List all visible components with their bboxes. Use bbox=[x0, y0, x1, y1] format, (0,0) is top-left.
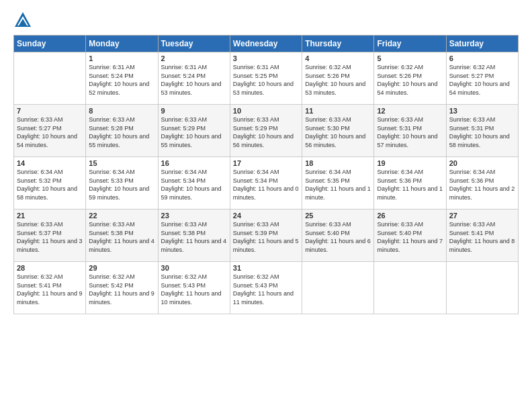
calendar-header-row: SundayMondayTuesdayWednesdayThursdayFrid… bbox=[14, 36, 519, 52]
calendar-cell: 7 Sunrise: 6:33 AMSunset: 5:27 PMDayligh… bbox=[14, 105, 86, 157]
day-info: Sunrise: 6:33 AMSunset: 5:31 PMDaylight:… bbox=[449, 116, 515, 149]
day-info: Sunrise: 6:33 AMSunset: 5:41 PMDaylight:… bbox=[449, 220, 515, 254]
page: SundayMondayTuesdayWednesdayThursdayFrid… bbox=[0, 0, 532, 321]
calendar-cell: 27 Sunrise: 6:33 AMSunset: 5:41 PMDaylig… bbox=[446, 210, 518, 262]
day-number: 6 bbox=[449, 54, 515, 62]
calendar-cell: 20 Sunrise: 6:34 AMSunset: 5:36 PMDaylig… bbox=[446, 157, 518, 210]
day-info: Sunrise: 6:34 AMSunset: 5:35 PMDaylight:… bbox=[305, 168, 371, 201]
calendar-cell: 5 Sunrise: 6:32 AMSunset: 5:26 PMDayligh… bbox=[374, 52, 446, 105]
day-number: 4 bbox=[305, 54, 371, 62]
day-info: Sunrise: 6:31 AMSunset: 5:24 PMDaylight:… bbox=[89, 63, 154, 97]
day-info: Sunrise: 6:34 AMSunset: 5:34 PMDaylight:… bbox=[233, 168, 299, 201]
calendar-cell: 14 Sunrise: 6:34 AMSunset: 5:32 PMDaylig… bbox=[14, 157, 86, 210]
calendar-cell: 3 Sunrise: 6:31 AMSunset: 5:25 PMDayligh… bbox=[230, 52, 302, 105]
calendar-cell bbox=[374, 262, 446, 314]
calendar-cell: 16 Sunrise: 6:34 AMSunset: 5:34 PMDaylig… bbox=[158, 157, 230, 210]
day-header-monday: Monday bbox=[86, 36, 158, 52]
day-info: Sunrise: 6:33 AMSunset: 5:29 PMDaylight:… bbox=[161, 116, 227, 149]
day-number: 14 bbox=[17, 159, 83, 167]
day-number: 23 bbox=[161, 212, 227, 220]
calendar-cell: 11 Sunrise: 6:33 AMSunset: 5:30 PMDaylig… bbox=[302, 105, 374, 157]
day-info: Sunrise: 6:31 AMSunset: 5:24 PMDaylight:… bbox=[161, 63, 227, 97]
day-info: Sunrise: 6:33 AMSunset: 5:38 PMDaylight:… bbox=[161, 220, 227, 254]
calendar-cell: 2 Sunrise: 6:31 AMSunset: 5:24 PMDayligh… bbox=[158, 52, 230, 105]
day-number: 24 bbox=[233, 212, 299, 220]
day-number: 2 bbox=[161, 54, 227, 62]
day-number: 25 bbox=[305, 212, 371, 220]
day-number: 17 bbox=[233, 159, 299, 167]
calendar-cell: 18 Sunrise: 6:34 AMSunset: 5:35 PMDaylig… bbox=[302, 157, 374, 210]
day-number: 22 bbox=[89, 212, 154, 220]
calendar-week-2: 7 Sunrise: 6:33 AMSunset: 5:27 PMDayligh… bbox=[14, 105, 519, 157]
calendar-cell: 10 Sunrise: 6:33 AMSunset: 5:29 PMDaylig… bbox=[230, 105, 302, 157]
day-number: 11 bbox=[305, 107, 371, 115]
day-info: Sunrise: 6:34 AMSunset: 5:36 PMDaylight:… bbox=[449, 168, 515, 201]
day-info: Sunrise: 6:32 AMSunset: 5:42 PMDaylight:… bbox=[89, 273, 154, 306]
calendar-cell: 13 Sunrise: 6:33 AMSunset: 5:31 PMDaylig… bbox=[446, 105, 518, 157]
day-info: Sunrise: 6:33 AMSunset: 5:27 PMDaylight:… bbox=[17, 116, 83, 149]
calendar-cell: 21 Sunrise: 6:33 AMSunset: 5:37 PMDaylig… bbox=[14, 210, 86, 262]
day-info: Sunrise: 6:32 AMSunset: 5:26 PMDaylight:… bbox=[377, 63, 443, 97]
day-number: 10 bbox=[233, 107, 299, 115]
day-info: Sunrise: 6:31 AMSunset: 5:25 PMDaylight:… bbox=[233, 63, 299, 97]
day-info: Sunrise: 6:33 AMSunset: 5:37 PMDaylight:… bbox=[17, 220, 83, 254]
day-number: 27 bbox=[449, 212, 515, 220]
day-number: 28 bbox=[17, 264, 83, 272]
day-info: Sunrise: 6:33 AMSunset: 5:29 PMDaylight:… bbox=[233, 116, 299, 149]
logo bbox=[13, 11, 35, 30]
day-number: 5 bbox=[377, 54, 443, 62]
day-number: 1 bbox=[89, 54, 154, 62]
day-number: 20 bbox=[449, 159, 515, 167]
day-header-thursday: Thursday bbox=[302, 36, 374, 52]
calendar-cell: 12 Sunrise: 6:33 AMSunset: 5:31 PMDaylig… bbox=[374, 105, 446, 157]
day-number: 30 bbox=[161, 264, 227, 272]
day-number: 15 bbox=[89, 159, 154, 167]
day-info: Sunrise: 6:34 AMSunset: 5:36 PMDaylight:… bbox=[377, 168, 443, 201]
calendar-table: SundayMondayTuesdayWednesdayThursdayFrid… bbox=[13, 35, 519, 314]
day-number: 12 bbox=[377, 107, 443, 115]
calendar-cell: 6 Sunrise: 6:32 AMSunset: 5:27 PMDayligh… bbox=[446, 52, 518, 105]
calendar-cell: 23 Sunrise: 6:33 AMSunset: 5:38 PMDaylig… bbox=[158, 210, 230, 262]
day-number: 21 bbox=[17, 212, 83, 220]
calendar-cell: 28 Sunrise: 6:32 AMSunset: 5:41 PMDaylig… bbox=[14, 262, 86, 314]
calendar-cell: 30 Sunrise: 6:32 AMSunset: 5:43 PMDaylig… bbox=[158, 262, 230, 314]
day-info: Sunrise: 6:34 AMSunset: 5:32 PMDaylight:… bbox=[17, 168, 83, 201]
logo-icon bbox=[13, 11, 32, 30]
calendar-cell: 26 Sunrise: 6:33 AMSunset: 5:40 PMDaylig… bbox=[374, 210, 446, 262]
day-header-tuesday: Tuesday bbox=[158, 36, 230, 52]
day-number: 26 bbox=[377, 212, 443, 220]
day-number: 31 bbox=[233, 264, 299, 272]
calendar-cell: 29 Sunrise: 6:32 AMSunset: 5:42 PMDaylig… bbox=[86, 262, 158, 314]
calendar-cell: 31 Sunrise: 6:32 AMSunset: 5:43 PMDaylig… bbox=[230, 262, 302, 314]
calendar-cell bbox=[14, 52, 86, 105]
calendar-cell: 19 Sunrise: 6:34 AMSunset: 5:36 PMDaylig… bbox=[374, 157, 446, 210]
day-info: Sunrise: 6:34 AMSunset: 5:34 PMDaylight:… bbox=[161, 168, 227, 201]
day-info: Sunrise: 6:33 AMSunset: 5:30 PMDaylight:… bbox=[305, 116, 371, 149]
day-info: Sunrise: 6:34 AMSunset: 5:33 PMDaylight:… bbox=[89, 168, 154, 201]
day-info: Sunrise: 6:33 AMSunset: 5:28 PMDaylight:… bbox=[89, 116, 154, 149]
calendar-cell: 15 Sunrise: 6:34 AMSunset: 5:33 PMDaylig… bbox=[86, 157, 158, 210]
day-number: 13 bbox=[449, 107, 515, 115]
day-info: Sunrise: 6:33 AMSunset: 5:31 PMDaylight:… bbox=[377, 116, 443, 149]
day-number: 16 bbox=[161, 159, 227, 167]
day-number: 18 bbox=[305, 159, 371, 167]
header bbox=[13, 11, 519, 30]
calendar-cell bbox=[446, 262, 518, 314]
day-info: Sunrise: 6:33 AMSunset: 5:38 PMDaylight:… bbox=[89, 220, 154, 254]
day-info: Sunrise: 6:33 AMSunset: 5:40 PMDaylight:… bbox=[377, 220, 443, 254]
calendar-cell bbox=[302, 262, 374, 314]
calendar-cell: 22 Sunrise: 6:33 AMSunset: 5:38 PMDaylig… bbox=[86, 210, 158, 262]
calendar-cell: 8 Sunrise: 6:33 AMSunset: 5:28 PMDayligh… bbox=[86, 105, 158, 157]
day-number: 19 bbox=[377, 159, 443, 167]
day-info: Sunrise: 6:32 AMSunset: 5:27 PMDaylight:… bbox=[449, 63, 515, 97]
day-number: 29 bbox=[89, 264, 154, 272]
day-header-sunday: Sunday bbox=[14, 36, 86, 52]
day-number: 8 bbox=[89, 107, 154, 115]
day-header-saturday: Saturday bbox=[446, 36, 518, 52]
calendar-week-4: 21 Sunrise: 6:33 AMSunset: 5:37 PMDaylig… bbox=[14, 210, 519, 262]
day-number: 3 bbox=[233, 54, 299, 62]
calendar-cell: 4 Sunrise: 6:32 AMSunset: 5:26 PMDayligh… bbox=[302, 52, 374, 105]
calendar-cell: 9 Sunrise: 6:33 AMSunset: 5:29 PMDayligh… bbox=[158, 105, 230, 157]
day-info: Sunrise: 6:33 AMSunset: 5:39 PMDaylight:… bbox=[233, 220, 299, 254]
day-info: Sunrise: 6:32 AMSunset: 5:43 PMDaylight:… bbox=[233, 273, 299, 306]
